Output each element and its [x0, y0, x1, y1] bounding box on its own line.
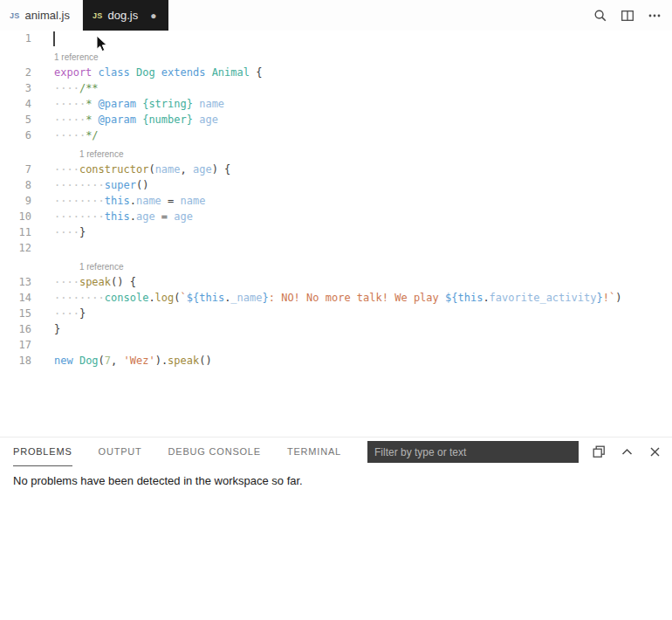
js-file-icon: JS	[10, 11, 20, 20]
more-actions-icon[interactable]	[648, 9, 662, 23]
code-row: 5·····* @param {number} age	[0, 112, 672, 127]
code-row: 14········console.log(`${this._name}: NO…	[0, 290, 672, 306]
vscode-window: JS animal.js JS dog.js ● 11 refe	[0, 0, 672, 620]
code-line[interactable]: export class Dog extends Animal {	[54, 65, 262, 80]
line-number: 14	[0, 290, 31, 306]
bottom-panel: PROBLEMS OUTPUT DEBUG CONSOLE TERMINAL	[0, 437, 672, 620]
code-line[interactable]: ····}	[54, 306, 86, 321]
editor-actions	[593, 0, 672, 31]
code-line[interactable]: ·····*/	[54, 127, 99, 143]
code-line[interactable]: new Dog(7, 'Wez').speak()	[54, 353, 212, 369]
line-number: 17	[0, 337, 31, 353]
line-number: 15	[0, 306, 31, 321]
panel-tab-problems[interactable]: PROBLEMS	[13, 437, 72, 466]
tab-label: dog.js	[108, 9, 139, 22]
panel-tab-terminal[interactable]: TERMINAL	[287, 437, 341, 466]
maximize-panel-icon[interactable]	[621, 445, 634, 458]
line-number: 8	[0, 177, 31, 193]
panel-tab-debug-console[interactable]: DEBUG CONSOLE	[168, 437, 261, 466]
line-number: 16	[0, 321, 31, 337]
code-line[interactable]: ·····* @param {string} name	[54, 96, 224, 112]
code-row: 15····}	[0, 306, 672, 321]
codelens-reference[interactable]: 1 reference	[0, 143, 672, 162]
line-number: 3	[0, 80, 31, 96]
line-number: 6	[0, 127, 31, 143]
split-editor-icon[interactable]	[621, 9, 634, 23]
code-line[interactable]: ····/**	[54, 80, 99, 96]
collapse-all-icon[interactable]	[593, 445, 606, 458]
code-row: 2export class Dog extends Animal {	[0, 65, 672, 80]
code-line[interactable]: ········super()	[54, 177, 148, 193]
line-number: 18	[0, 353, 31, 369]
code-row: 10········this.age = age	[0, 209, 672, 224]
code-row: 13····speak() {	[0, 274, 672, 290]
code-line[interactable]: ·····* @param {number} age	[54, 112, 218, 127]
panel-tab-output[interactable]: OUTPUT	[99, 437, 142, 466]
editor[interactable]: 11 reference2export class Dog extends An…	[0, 31, 672, 437]
line-number: 5	[0, 112, 31, 127]
code-row: 18new Dog(7, 'Wez').speak()	[0, 353, 672, 369]
tab-animal-js[interactable]: JS animal.js	[0, 0, 83, 31]
code-row: 9········this.name = name	[0, 193, 672, 209]
mouse-cursor-icon	[96, 35, 108, 52]
close-panel-icon[interactable]	[648, 445, 662, 458]
code-row: 6·····*/	[0, 127, 672, 143]
line-number: 10	[0, 209, 31, 224]
code-line[interactable]: ········console.log(`${this._name}: NO! …	[54, 290, 621, 306]
line-number: 11	[0, 224, 31, 240]
code-row: 3····/**	[0, 80, 672, 96]
panel-header: PROBLEMS OUTPUT DEBUG CONSOLE TERMINAL	[0, 437, 672, 466]
code-line[interactable]: ········this.age = age	[54, 209, 193, 224]
codelens-reference[interactable]: 1 reference	[0, 256, 672, 274]
line-number: 12	[0, 240, 31, 256]
line-number: 13	[0, 274, 31, 290]
code-line[interactable]: ····speak() {	[54, 274, 136, 290]
line-number: 9	[0, 193, 31, 209]
code-row: 17	[0, 337, 672, 353]
code-line[interactable]: }	[54, 321, 60, 337]
code-row: 4·····* @param {string} name	[0, 96, 672, 112]
code-row: 8········super()	[0, 177, 672, 193]
line-number: 4	[0, 96, 31, 112]
code-line[interactable]: ········this.name = name	[54, 193, 205, 209]
no-problems-message: No problems have been detected in the wo…	[13, 474, 659, 487]
code-row: 7····constructor(name, age) {	[0, 162, 672, 177]
line-number: 2	[0, 65, 31, 80]
code-row: 11····}	[0, 224, 672, 240]
editor-tab-bar: JS animal.js JS dog.js ●	[0, 0, 672, 31]
panel-actions	[593, 445, 662, 458]
editor-lines: 11 reference2export class Dog extends An…	[0, 31, 672, 369]
tab-label: animal.js	[25, 9, 70, 22]
code-line[interactable]: ····constructor(name, age) {	[54, 162, 230, 177]
code-row: 12	[0, 240, 672, 256]
text-cursor	[53, 31, 55, 46]
modified-indicator-icon[interactable]: ●	[150, 10, 156, 21]
code-row: 16}	[0, 321, 672, 337]
js-file-icon: JS	[93, 11, 103, 20]
line-number: 7	[0, 162, 31, 177]
problems-filter-input[interactable]	[367, 441, 579, 463]
tab-dog-js[interactable]: JS dog.js ●	[83, 0, 169, 31]
problems-panel-body: No problems have been detected in the wo…	[0, 466, 672, 495]
search-editor-icon[interactable]	[593, 9, 607, 23]
line-number: 1	[0, 31, 31, 46]
code-line[interactable]: ····}	[54, 224, 86, 240]
